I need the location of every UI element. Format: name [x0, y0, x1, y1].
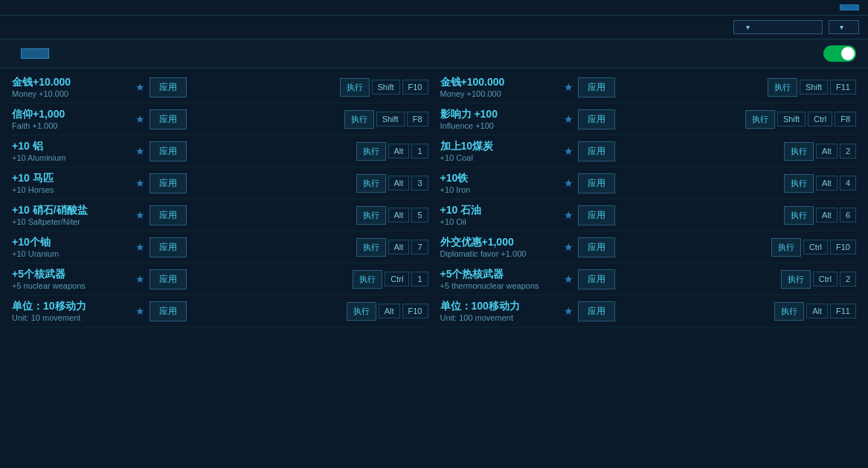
star-icon[interactable]: ★: [135, 273, 145, 285]
key-button[interactable]: Alt: [388, 240, 410, 254]
key-button[interactable]: 4: [840, 176, 856, 190]
exec-button[interactable]: 执行: [356, 206, 386, 225]
apply-button[interactable]: 应用: [578, 173, 615, 193]
buff-name-en: Unit: 100 movement: [440, 313, 559, 322]
buff-name-zh: +10 马匹: [12, 172, 131, 185]
apply-button[interactable]: 应用: [150, 109, 187, 129]
key-button[interactable]: Ctrl: [808, 112, 832, 126]
exec-button[interactable]: 执行: [353, 270, 382, 289]
key-button[interactable]: F10: [402, 304, 428, 318]
exec-button[interactable]: 执行: [771, 238, 801, 257]
key-button[interactable]: Alt: [388, 176, 410, 190]
key-button[interactable]: Alt: [816, 176, 838, 190]
key-button[interactable]: Alt: [379, 304, 400, 318]
star-icon[interactable]: ★: [564, 81, 573, 93]
platform-select[interactable]: ▾: [733, 20, 823, 34]
key-button[interactable]: 2: [840, 272, 856, 286]
exec-section: 执行ShiftF11: [768, 78, 856, 97]
apply-button[interactable]: 应用: [150, 173, 187, 193]
buff-name-zh: 单位：100移动力: [440, 300, 559, 313]
apply-button[interactable]: 应用: [150, 141, 187, 161]
key-button[interactable]: Shift: [376, 112, 405, 126]
exec-button[interactable]: 执行: [745, 110, 775, 129]
buff-name-zh: +5个热核武器: [440, 268, 559, 281]
key-button[interactable]: Alt: [806, 304, 828, 318]
star-icon[interactable]: ★: [135, 241, 145, 253]
key-button[interactable]: F10: [402, 80, 428, 94]
apply-button[interactable]: 应用: [150, 237, 187, 257]
apply-button[interactable]: 应用: [578, 109, 615, 129]
exec-button[interactable]: 执行: [340, 78, 370, 97]
apply-button[interactable]: 应用: [150, 269, 187, 289]
apply-button[interactable]: 应用: [578, 237, 615, 257]
key-button[interactable]: 1: [411, 272, 428, 286]
key-button[interactable]: Alt: [388, 208, 410, 222]
star-icon[interactable]: ★: [564, 177, 573, 189]
exec-button[interactable]: 执行: [781, 270, 811, 289]
apply-button[interactable]: 应用: [578, 77, 615, 97]
exec-button[interactable]: 执行: [774, 302, 804, 321]
star-icon[interactable]: ★: [564, 241, 573, 253]
exec-button[interactable]: 执行: [344, 110, 374, 129]
buff-name-en: +10 Oil: [440, 217, 559, 226]
star-icon[interactable]: ★: [135, 177, 145, 189]
disable-all-button[interactable]: [21, 48, 49, 59]
apply-button[interactable]: 应用: [578, 141, 615, 161]
exec-button[interactable]: 执行: [784, 174, 814, 193]
key-button[interactable]: Ctrl: [803, 240, 828, 254]
apply-button[interactable]: 应用: [578, 301, 615, 321]
key-button[interactable]: 3: [411, 176, 428, 190]
key-button[interactable]: Ctrl: [385, 272, 409, 286]
buff-name-block: +10 铝+10 Aluminium: [12, 140, 131, 162]
buff-name-block: +10 石油+10 Oil: [440, 204, 559, 226]
key-button[interactable]: 2: [840, 144, 856, 158]
star-icon[interactable]: ★: [564, 113, 573, 125]
controls-right: [816, 45, 856, 62]
exec-button[interactable]: 执行: [347, 302, 376, 321]
apply-button[interactable]: 应用: [578, 205, 615, 225]
exec-section: 执行Ctrl1: [353, 270, 428, 289]
key-button[interactable]: F8: [835, 112, 856, 126]
hotkey-toggle[interactable]: [823, 45, 856, 62]
key-button[interactable]: Alt: [816, 144, 838, 158]
key-button[interactable]: 7: [411, 240, 428, 254]
key-button[interactable]: F10: [830, 240, 856, 254]
key-button[interactable]: F8: [407, 112, 428, 126]
buff-name-zh: 金钱+100.000: [440, 76, 559, 89]
version-select[interactable]: ▾: [829, 20, 859, 34]
apply-button[interactable]: 应用: [150, 301, 187, 321]
star-icon[interactable]: ★: [564, 273, 573, 285]
buff-name-zh: +10个铀: [12, 236, 131, 249]
buff-name-en: +10 Aluminium: [12, 153, 131, 162]
key-button[interactable]: Ctrl: [813, 272, 838, 286]
buff-name-block: 金钱+10.000Money +10.000: [12, 76, 131, 98]
star-icon[interactable]: ★: [135, 113, 145, 125]
star-icon[interactable]: ★: [135, 209, 145, 221]
exec-button[interactable]: 执行: [784, 142, 814, 161]
key-button[interactable]: F11: [830, 80, 856, 94]
star-icon[interactable]: ★: [135, 305, 145, 317]
key-button[interactable]: Alt: [388, 144, 410, 158]
star-icon[interactable]: ★: [135, 145, 145, 157]
apply-button[interactable]: 应用: [150, 205, 187, 225]
star-icon[interactable]: ★: [135, 81, 145, 93]
key-button[interactable]: F11: [830, 304, 856, 318]
key-button[interactable]: 6: [840, 208, 856, 222]
star-icon[interactable]: ★: [564, 305, 573, 317]
apply-button[interactable]: 应用: [150, 77, 187, 97]
key-button[interactable]: Alt: [816, 208, 838, 222]
key-button[interactable]: Shift: [800, 80, 828, 94]
exec-button[interactable]: 执行: [356, 174, 386, 193]
exec-button[interactable]: 执行: [768, 78, 797, 97]
exec-button[interactable]: 执行: [784, 206, 814, 225]
exec-button[interactable]: 执行: [356, 142, 386, 161]
buff-name-en: Money +100.000: [440, 89, 559, 98]
exec-button[interactable]: 执行: [356, 238, 386, 257]
star-icon[interactable]: ★: [564, 209, 573, 221]
key-button[interactable]: 1: [411, 144, 428, 158]
key-button[interactable]: Shift: [372, 80, 400, 94]
key-button[interactable]: 5: [411, 208, 428, 222]
apply-button[interactable]: 应用: [578, 269, 615, 289]
star-icon[interactable]: ★: [564, 145, 573, 157]
key-button[interactable]: Shift: [777, 112, 806, 126]
